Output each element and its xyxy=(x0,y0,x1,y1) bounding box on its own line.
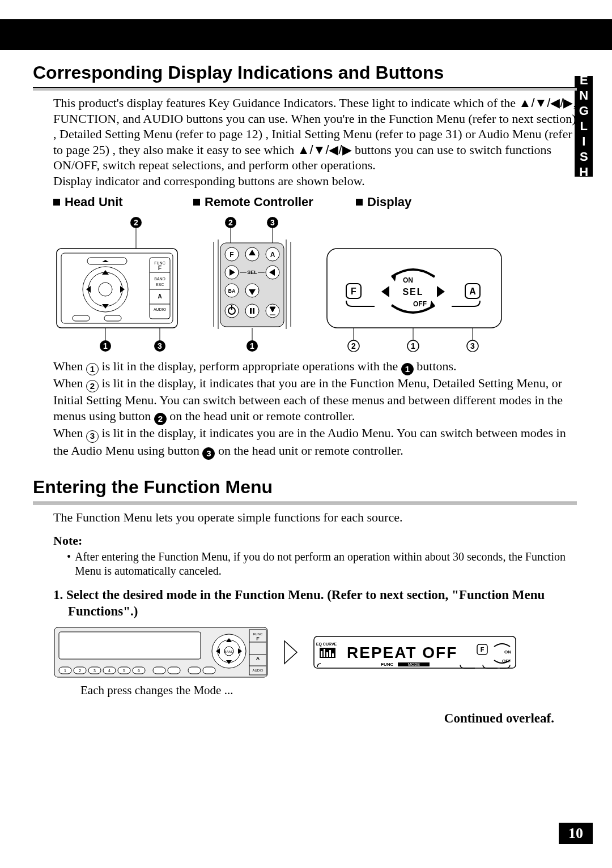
circled-2-filled: 2 xyxy=(154,413,167,425)
remote-controller-label: Remote Controller xyxy=(193,194,349,210)
svg-text:A: A xyxy=(469,287,476,296)
display-label: Display xyxy=(356,194,411,210)
svg-text:F: F xyxy=(351,287,356,296)
svg-point-50 xyxy=(245,304,259,318)
svg-rect-111 xyxy=(332,653,334,657)
circled-1-filled: 1 xyxy=(401,363,414,375)
intro-tail: Display indicator and corresponding butt… xyxy=(53,174,365,188)
svg-text:BA: BA xyxy=(228,288,236,294)
svg-text:6: 6 xyxy=(138,669,140,673)
svg-rect-84 xyxy=(188,667,201,674)
step-1: 1. Select the desired mode in the Functi… xyxy=(53,587,577,620)
svg-rect-108 xyxy=(324,649,325,657)
language-tab: ENGLISH xyxy=(575,76,593,177)
svg-text:MODE: MODE xyxy=(408,662,420,666)
intro-text-1: This product's display features Key Guid… xyxy=(53,96,519,110)
step-illustration-row: 123456 BAND FUNC F A AUDIO xyxy=(53,625,577,679)
svg-rect-19 xyxy=(73,315,90,321)
circled-3-open: 3 xyxy=(86,430,99,443)
svg-text:F: F xyxy=(481,646,484,653)
page-number: 10 xyxy=(559,823,593,844)
page-content: Corresponding Display Indications and Bu… xyxy=(33,61,577,742)
square-icon xyxy=(356,199,363,206)
svg-text:2: 2 xyxy=(134,218,138,227)
svg-text:ON: ON xyxy=(504,649,511,655)
section-title: Entering the Function Menu xyxy=(33,476,577,498)
continued-overleaf: Continued overleaf. xyxy=(33,711,554,727)
svg-text:ON: ON xyxy=(403,276,413,284)
svg-rect-83 xyxy=(168,667,180,674)
svg-rect-82 xyxy=(153,667,165,674)
note-label: Note: xyxy=(53,533,577,549)
t: on the head unit or remote controller. xyxy=(167,409,355,423)
section-rule xyxy=(33,87,577,93)
svg-text:OFF: OFF xyxy=(502,659,511,664)
svg-text:A: A xyxy=(256,656,260,661)
svg-rect-52 xyxy=(253,308,254,314)
arrow-glyphs: ▲/▼/◀/▶ xyxy=(519,96,573,110)
svg-text:3: 3 xyxy=(158,341,162,350)
svg-text:2: 2 xyxy=(79,669,81,673)
svg-text:3: 3 xyxy=(270,218,275,227)
svg-text:1: 1 xyxy=(64,669,66,673)
svg-text:2: 2 xyxy=(351,341,356,350)
svg-text:BAND: BAND xyxy=(154,277,165,281)
svg-rect-75 xyxy=(59,632,201,659)
svg-text:A: A xyxy=(158,293,162,300)
svg-text:ESC: ESC xyxy=(156,283,164,287)
note-item: After entering the Function Menu, if you… xyxy=(67,550,577,578)
svg-text:1: 1 xyxy=(103,341,108,350)
t: When xyxy=(53,426,86,440)
svg-rect-110 xyxy=(329,650,331,657)
step-caption: Each press changes the Mode ... xyxy=(80,683,577,698)
svg-text:SEL: SEL xyxy=(247,270,257,275)
diagram-headers: Head Unit Remote Controller Display xyxy=(53,194,577,210)
label-text: Display xyxy=(367,194,411,210)
manual-page: ENGLISH Corresponding Display Indication… xyxy=(0,0,612,868)
diagram-row: 2 FUNC F BAND E xyxy=(53,216,577,352)
circled-3-filled: 3 xyxy=(202,447,215,460)
square-icon xyxy=(53,199,60,206)
svg-rect-109 xyxy=(326,652,328,657)
label-text: Remote Controller xyxy=(205,194,313,210)
svg-text:AUDIO: AUDIO xyxy=(154,307,167,311)
svg-text:2: 2 xyxy=(228,218,233,227)
svg-text:A: A xyxy=(270,251,275,259)
svg-rect-20 xyxy=(104,315,121,321)
svg-point-18 xyxy=(99,283,112,296)
label-text: Head Unit xyxy=(65,194,123,210)
svg-text:4: 4 xyxy=(108,669,110,673)
t: is lit in the display, perform appropria… xyxy=(99,359,401,373)
head-unit-illustration: 123456 BAND FUNC F A AUDIO xyxy=(53,625,269,679)
circled-1-open: 1 xyxy=(86,363,99,375)
head-unit-diagram: 2 FUNC F BAND E xyxy=(53,216,181,352)
svg-text:F: F xyxy=(230,251,233,259)
svg-text:F: F xyxy=(158,265,162,271)
top-black-bar xyxy=(0,19,612,50)
section-rule xyxy=(33,502,577,507)
intro-paragraph: This product's display features Key Guid… xyxy=(53,95,577,189)
lcd-display-illustration: EQ CURVE REPEAT OFF FUNC MODE F ON xyxy=(313,634,517,670)
square-icon xyxy=(193,199,200,206)
svg-rect-107 xyxy=(321,651,322,657)
svg-text:3: 3 xyxy=(470,341,475,350)
svg-text:3: 3 xyxy=(94,669,96,673)
t: buttons. xyxy=(414,359,457,373)
section-entering-function-menu: Entering the Function Menu The Function … xyxy=(33,476,577,727)
arrow-right-icon xyxy=(282,639,299,666)
circled-2-open: 2 xyxy=(86,380,99,392)
t: When xyxy=(53,359,86,373)
svg-rect-51 xyxy=(250,308,252,314)
svg-text:REPEAT  OFF: REPEAT OFF xyxy=(347,644,457,661)
section-corresponding-display: Corresponding Display Indications and Bu… xyxy=(33,61,577,460)
svg-text:1: 1 xyxy=(411,341,415,350)
head-unit-label: Head Unit xyxy=(53,194,186,210)
svg-text:OFF: OFF xyxy=(413,300,427,308)
svg-text:SEL: SEL xyxy=(402,287,423,297)
display-diagram: F A ON xyxy=(324,216,505,352)
svg-text:BAND: BAND xyxy=(224,650,234,653)
svg-text:EQ CURVE: EQ CURVE xyxy=(316,642,337,647)
t: on the head unit or remote controller. xyxy=(215,443,403,457)
svg-text:1: 1 xyxy=(250,341,254,350)
svg-text:FUNC: FUNC xyxy=(381,662,393,667)
